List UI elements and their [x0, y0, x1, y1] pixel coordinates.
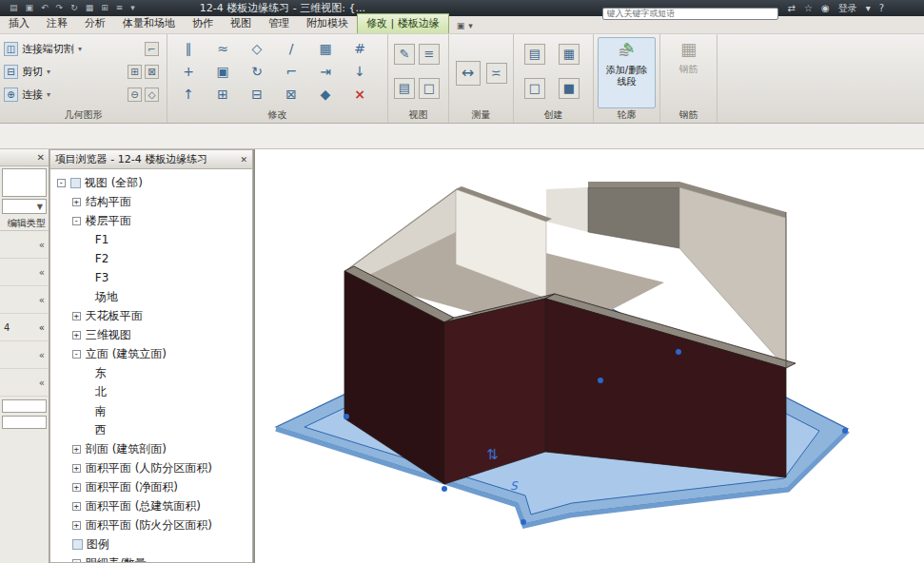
- add-remove-segments-button[interactable]: ≋ ✎ 添加/删除 线段: [598, 37, 656, 108]
- panel-label-rebar[interactable]: 钢筋: [660, 108, 717, 123]
- panel-label-view[interactable]: 视图: [388, 108, 448, 123]
- expand-toggle[interactable]: -: [72, 350, 81, 359]
- tree-item-area-plans-fire[interactable]: + 面积平面 (防火分区面积): [50, 515, 252, 534]
- group-icon[interactable]: ⊟: [246, 85, 267, 104]
- tree-item-f1[interactable]: F1: [50, 230, 252, 249]
- param-input[interactable]: [2, 399, 47, 413]
- tree-item-3d-views[interactable]: + 三维视图: [50, 325, 252, 344]
- tree-item-schedules[interactable]: + 明细表/数量: [50, 553, 252, 563]
- favorites-icon[interactable]: ☆: [804, 3, 813, 13]
- tree-item-site[interactable]: 场地: [50, 287, 252, 306]
- uncut-icon[interactable]: ⊠: [145, 65, 159, 79]
- grid-icon[interactable]: #: [349, 39, 370, 58]
- login-button[interactable]: 登录: [838, 2, 857, 15]
- expand-toggle[interactable]: +: [72, 198, 81, 206]
- split-icon[interactable]: /: [281, 39, 302, 58]
- cut-apply-icon[interactable]: ⊞: [128, 65, 142, 79]
- expand-toggle[interactable]: +: [72, 312, 81, 320]
- rotate-icon[interactable]: ↻: [246, 62, 267, 81]
- ungroup-icon[interactable]: ⊠: [281, 85, 302, 104]
- back-step-wall-gray[interactable]: [588, 187, 679, 248]
- expand-toggle[interactable]: +: [72, 464, 81, 473]
- tab-collaborate[interactable]: 协作: [184, 14, 222, 33]
- tab-addins[interactable]: 附加模块: [298, 14, 357, 33]
- tree-item-area-plans-net[interactable]: + 面积平面 (净面积): [50, 477, 252, 496]
- panel-label-modify[interactable]: 修改: [167, 108, 387, 123]
- sync-icon[interactable]: ⇄: [788, 3, 796, 13]
- collapse-icon[interactable]: «: [39, 322, 45, 333]
- join-geometry-button[interactable]: ⊕ 连接 ▾ ⊖ ◇: [4, 83, 163, 106]
- mirror-icon[interactable]: ◇: [246, 39, 267, 58]
- create-similar-icon[interactable]: ■: [559, 78, 580, 99]
- tab-annotate[interactable]: 注释: [38, 14, 76, 33]
- expand-toggle[interactable]: +: [72, 559, 81, 563]
- tab-manage[interactable]: 管理: [260, 14, 298, 33]
- tab-insert[interactable]: 插入: [0, 14, 38, 33]
- tab-massing-site[interactable]: 体量和场地: [114, 14, 184, 33]
- help-icon[interactable]: ?: [879, 3, 884, 13]
- param-value-row[interactable]: 4 «: [0, 314, 49, 341]
- unpin-icon[interactable]: ↑: [178, 85, 199, 104]
- trim-icon[interactable]: ⌐: [281, 62, 302, 81]
- delete-icon[interactable]: ×: [349, 85, 370, 104]
- tab-analyze[interactable]: 分析: [76, 14, 114, 33]
- tree-item-west[interactable]: 西: [50, 420, 252, 439]
- param-group-row[interactable]: «: [0, 369, 49, 397]
- join-apply-icon[interactable]: ⊖: [128, 87, 142, 102]
- collapse-icon[interactable]: «: [39, 378, 45, 388]
- tree-item-elevations[interactable]: - 立面 (建筑立面): [50, 344, 252, 363]
- tree-item-f3[interactable]: F3: [50, 268, 252, 287]
- create-parts-icon[interactable]: ▤: [524, 44, 545, 65]
- close-icon[interactable]: ✕: [240, 155, 247, 165]
- tree-item-north[interactable]: 北: [50, 382, 252, 401]
- linework-icon[interactable]: ✎: [394, 44, 415, 65]
- chevron-down-icon[interactable]: ▾: [866, 3, 871, 13]
- panel-label-geometry[interactable]: 几何图形: [0, 108, 167, 123]
- tree-item-views[interactable]: - 视图 (全部): [50, 173, 252, 192]
- tree-item-sections[interactable]: + 剖面 (建筑剖面): [50, 439, 252, 458]
- tree-item-east[interactable]: 东: [50, 363, 252, 382]
- expand-toggle[interactable]: +: [72, 331, 81, 340]
- back-wall-sliver[interactable]: [546, 187, 588, 232]
- collapse-icon[interactable]: «: [39, 350, 45, 360]
- create-assembly-icon[interactable]: ▦: [559, 44, 580, 65]
- copy-icon[interactable]: ▣: [212, 62, 233, 81]
- pin-icon[interactable]: ↓: [349, 62, 370, 81]
- expand-toggle[interactable]: +: [72, 521, 81, 530]
- 3d-view[interactable]: ⇅ S: [255, 149, 924, 563]
- param-group-row[interactable]: «: [0, 231, 49, 259]
- tree-item-structural-plans[interactable]: + 结构平面: [50, 192, 252, 211]
- panel-label-profile[interactable]: 轮廓: [594, 108, 659, 123]
- expand-toggle[interactable]: +: [72, 502, 81, 511]
- dimension-icon[interactable]: ≍: [486, 63, 507, 84]
- slab-edge-handle[interactable]: [842, 428, 848, 434]
- param-group-row[interactable]: «: [0, 341, 49, 369]
- cope-button[interactable]: ◫ 连接端切割 ▾ ⌐: [4, 37, 163, 60]
- search-input[interactable]: [602, 8, 778, 20]
- tree-item-f2[interactable]: F2: [50, 249, 252, 268]
- user-icon[interactable]: ◉: [821, 3, 830, 13]
- array-icon[interactable]: ▦: [315, 39, 336, 58]
- edit-type-button[interactable]: 编辑类型: [0, 214, 49, 231]
- hidden-lines-icon[interactable]: ▤: [394, 78, 415, 99]
- cut-geometry-button[interactable]: ⊟ 剪切 ▾ ⊞ ⊠: [4, 60, 163, 83]
- tab-view[interactable]: 视图: [222, 14, 260, 33]
- move-icon[interactable]: +: [178, 62, 199, 81]
- close-icon[interactable]: ✕: [36, 152, 44, 163]
- measure-icon[interactable]: ↔: [456, 61, 481, 86]
- tree-item-ceiling-plans[interactable]: + 天花板平面: [50, 306, 252, 325]
- ribbon-state-icon[interactable]: ▣: [457, 21, 465, 30]
- expand-toggle[interactable]: -: [72, 217, 81, 225]
- flip-control-icon[interactable]: ⇅: [486, 446, 499, 463]
- thin-lines-icon[interactable]: ≡: [419, 44, 440, 65]
- paint-icon[interactable]: ◆: [315, 85, 336, 104]
- panel-label-create[interactable]: 创建: [514, 108, 593, 123]
- type-selector-dropdown[interactable]: ▼: [2, 199, 47, 214]
- slab-edge-handle[interactable]: [598, 378, 603, 383]
- scale-icon[interactable]: ⊞: [212, 85, 233, 104]
- slab-edge-handle[interactable]: [442, 486, 447, 492]
- remove-cope-icon[interactable]: ⌐: [145, 42, 159, 56]
- expand-toggle[interactable]: +: [72, 445, 81, 454]
- create-group-icon[interactable]: □: [524, 78, 545, 99]
- project-browser-header[interactable]: 项目浏览器 - 12-4 楼板边缘练习 ✕: [49, 149, 253, 169]
